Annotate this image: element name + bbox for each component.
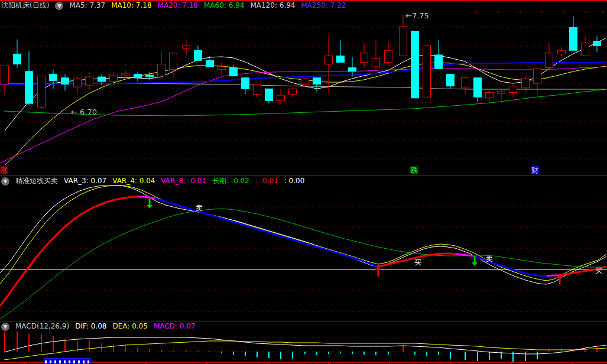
candle-body (534, 69, 541, 83)
var4-value: VAR_4: 0.04 (112, 177, 155, 186)
candle-body (86, 77, 93, 85)
candle-body (570, 27, 577, 50)
price-annotation: ←7.75 (405, 11, 429, 20)
candle-body (486, 93, 494, 98)
longterm-value: 长期: -0.02 (212, 177, 249, 186)
signal-line-segment (138, 197, 155, 199)
status-badge-fall[interactable]: 跌 (410, 166, 418, 174)
white-value: : 0.00 (284, 177, 305, 186)
signal-line-segment (547, 275, 559, 276)
candle-body (254, 84, 261, 95)
date-tooltip-partial-text (45, 360, 90, 363)
chevron-down-icon[interactable]: ▼ (55, 2, 63, 10)
indicator-name: 精准短线买卖 (15, 177, 58, 186)
candle-body (385, 50, 392, 62)
candle-body (61, 78, 69, 84)
candle-body (183, 46, 190, 48)
candle-body (582, 43, 589, 56)
signal-line-segment (0, 197, 138, 306)
ma120-legend: MA120: 6.94 (250, 1, 295, 10)
buy-sell-label: 卖 (196, 204, 203, 212)
candle-body (558, 50, 566, 54)
candle-body (349, 68, 356, 72)
macd-chart[interactable] (0, 332, 607, 362)
candle-body (435, 55, 443, 69)
stock-app-window: 沈阳机床(日线) ▼ MA5: 7.37 MA10: 7.18 MA20: 7.… (0, 0, 607, 364)
candle-body (361, 53, 368, 63)
status-badge-rise[interactable]: 涨 (0, 166, 8, 174)
time-axis-tick (145, 362, 147, 364)
ma20-legend: MA20: 7.18 (158, 1, 198, 10)
stock-title: 沈阳机床(日线) (1, 1, 49, 10)
time-axis-tick (267, 362, 268, 364)
time-axis-tick (389, 362, 390, 364)
candle-body (98, 77, 106, 82)
time-axis-tick (24, 362, 25, 364)
time-axis-tick (85, 362, 86, 364)
macd-name: MACD(12,26,9) (15, 322, 69, 331)
candle-body (522, 79, 530, 88)
signal-line-segment (155, 199, 377, 266)
dea-value: DEA: 0.05 (112, 322, 147, 331)
price-annotation: ← 6.70 (71, 108, 97, 116)
candle-body (218, 67, 226, 70)
macd-value: MACD: 0.07 (154, 322, 196, 331)
candle-body (1, 66, 9, 84)
candle-body (277, 95, 285, 100)
bottom-axis-line (0, 362, 607, 363)
var3-value: VAR_3: 0.07 (64, 177, 106, 186)
candle-body (206, 60, 214, 67)
buy-sell-indicator-chart[interactable]: 卖买卖买 (0, 185, 607, 320)
candle-body (194, 50, 202, 60)
red-value: : -0.01 (255, 177, 278, 186)
sell-arrow-icon (147, 205, 152, 209)
candle-body (265, 89, 273, 100)
dif-value: DIF: 0.08 (75, 322, 106, 331)
ma5-legend: MA5: 7.37 (69, 1, 105, 10)
candle-body (546, 53, 553, 68)
candle-body (400, 27, 407, 56)
time-axis-tick (206, 362, 207, 364)
indicator-line-slow-green (0, 209, 606, 319)
panel-separator (0, 176, 607, 176)
candle-body (158, 64, 165, 76)
candle-body (474, 78, 482, 98)
main-candlestick-chart[interactable]: ←7.75← 6.70 (0, 11, 607, 165)
chevron-down-icon[interactable]: ▼ (1, 323, 9, 331)
candle-body (134, 74, 142, 78)
candle-body (230, 68, 238, 76)
ma60-legend: MA60: 6.94 (204, 1, 244, 10)
buy-sell-label: 卖 (486, 255, 493, 263)
candle-body (313, 78, 321, 84)
indicator-line-fast-yellow (0, 186, 606, 284)
candle-body (447, 74, 455, 86)
status-badge-finance[interactable]: 财 (531, 166, 539, 174)
candle-body (14, 54, 21, 64)
panel-separator (0, 321, 607, 321)
candle-body (38, 76, 46, 108)
candle-body (74, 79, 82, 87)
var8-value: VAR_8: -0.01 (161, 177, 206, 186)
chevron-down-icon[interactable]: ▼ (1, 177, 9, 186)
candle-body (498, 92, 505, 93)
candle-body (509, 86, 517, 93)
candle-body (423, 46, 431, 97)
candle-body (122, 73, 129, 75)
candle-body (110, 75, 118, 82)
time-axis-tick (450, 362, 451, 364)
sell-arrow-icon (472, 262, 478, 266)
candle-body (50, 74, 57, 81)
macd-header: ▼ MACD(12,26,9) DIF: 0.08 DEA: 0.05 MACD… (1, 322, 195, 331)
candle-body (146, 75, 154, 77)
candle-body (25, 72, 33, 103)
candle-body (593, 41, 601, 46)
time-axis-tick (511, 362, 512, 364)
candle-body (462, 78, 469, 88)
candle-body (301, 79, 309, 84)
candle-body (325, 56, 333, 64)
buy-sell-label: 买 (414, 258, 421, 266)
candle-body (170, 53, 177, 70)
ma250-legend: MA250: 7.22 (301, 1, 346, 10)
candle-body (411, 31, 419, 98)
candle-body (337, 56, 345, 63)
